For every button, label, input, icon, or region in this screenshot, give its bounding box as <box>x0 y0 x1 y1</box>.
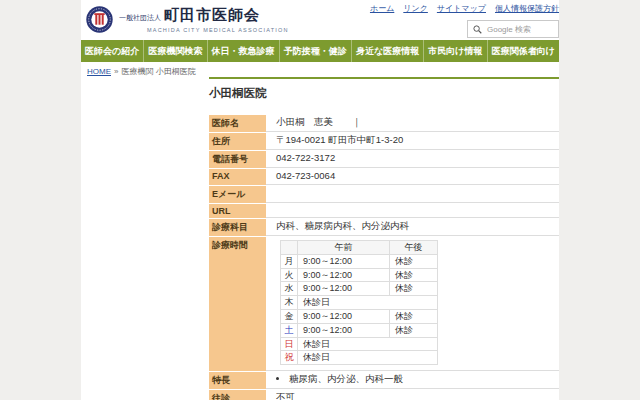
detail-value: 042-723-0064 <box>266 169 559 185</box>
hours-pm-cell: 休診 <box>390 268 438 282</box>
detail-row: 特長糖尿病、内分泌、内科一般 <box>209 372 559 389</box>
nav-item[interactable]: 予防接種・健診 <box>279 40 351 62</box>
detail-label: 往診 <box>209 390 266 400</box>
org-name-label: 町田市医師会 <box>164 6 260 25</box>
hours-pm-cell: 休診 <box>390 323 438 337</box>
detail-label: 診療科目 <box>209 219 266 236</box>
search-icon <box>473 25 482 34</box>
clinic-details-table: 医師名小田桐 恵美 ｜住所〒194-0021 町田市中町1-3-20電話番号04… <box>209 114 559 400</box>
hours-am-cell: 9:00～12:00 <box>298 268 390 282</box>
features-list: 糖尿病、内分泌、内科一般 <box>289 374 557 385</box>
top-nav-link[interactable]: サイトマップ <box>437 4 486 13</box>
hours-row: 月9:00～12:00休診 <box>281 254 438 268</box>
medical-association-emblem-icon <box>86 6 113 33</box>
detail-row: Eメール <box>209 186 559 203</box>
detail-value <box>266 186 559 203</box>
detail-label: 医師名 <box>209 115 266 132</box>
org-name-english-label: MACHIDA CITY MEDICAL ASSOCIATION <box>119 27 289 33</box>
hours-row: 水9:00～12:00休診 <box>281 282 438 296</box>
breadcrumb-separator: » <box>114 67 118 76</box>
hours-day-cell: 金 <box>281 309 298 323</box>
detail-value: 内科、糖尿病内科、内分泌内科 <box>266 219 559 236</box>
hours-day-cell: 水 <box>281 282 298 296</box>
detail-label: Eメール <box>209 186 266 203</box>
hours-day-cell: 祝 <box>281 351 298 365</box>
hours-closed-cell: 休診日 <box>298 351 438 365</box>
hours-closed-cell: 休診日 <box>298 337 438 351</box>
nav-item[interactable]: 休日・救急診療 <box>207 40 279 62</box>
detail-row: 診療時間午前午後月9:00～12:00休診火9:00～12:00休診水9:00～… <box>209 237 559 371</box>
hours-row: 火9:00～12:00休診 <box>281 268 438 282</box>
hours-row: 土9:00～12:00休診 <box>281 323 438 337</box>
top-nav-link[interactable]: リンク <box>403 4 428 13</box>
hours-header-cell <box>281 240 298 254</box>
hours-row: 木休診日 <box>281 296 438 310</box>
hours-am-cell: 9:00～12:00 <box>298 323 390 337</box>
logo-text: 一般社団法人 町田市医師会 MACHIDA CITY MEDICAL ASSOC… <box>119 6 289 33</box>
nav-item[interactable]: 市民向け情報 <box>423 40 486 62</box>
hours-row: 日休診日 <box>281 337 438 351</box>
hours-am-cell: 9:00～12:00 <box>298 254 390 268</box>
nav-item[interactable]: 医療関係者向け <box>487 40 559 62</box>
hours-day-cell: 月 <box>281 254 298 268</box>
hours-pm-cell: 休診 <box>390 282 438 296</box>
detail-label: URL <box>209 204 266 218</box>
detail-value <box>266 204 559 218</box>
detail-label: 住所 <box>209 133 266 150</box>
header-utility: ホームリンクサイトマップ個人情報保護方針 Google 検索 <box>361 3 559 38</box>
hours-header-cell: 午後 <box>390 240 438 254</box>
hours-day-cell: 土 <box>281 323 298 337</box>
details-tbody: 医師名小田桐 恵美 ｜住所〒194-0021 町田市中町1-3-20電話番号04… <box>209 115 559 400</box>
search-placeholder-text: Google 検索 <box>487 24 531 35</box>
page-title: 小田桐医院 <box>209 86 559 101</box>
detail-label: 特長 <box>209 372 266 389</box>
detail-value: 〒194-0021 町田市中町1-3-20 <box>266 133 559 150</box>
detail-value: 042-722-3172 <box>266 151 559 168</box>
hours-row: 金9:00～12:00休診 <box>281 309 438 323</box>
google-search-box[interactable]: Google 検索 <box>467 20 559 38</box>
hours-am-cell: 9:00～12:00 <box>298 309 390 323</box>
hours-closed-cell: 休診日 <box>298 296 438 310</box>
main-content: 小田桐医院 医師名小田桐 恵美 ｜住所〒194-0021 町田市中町1-3-20… <box>209 77 559 400</box>
features-list-item: 糖尿病、内分泌、内科一般 <box>289 374 557 385</box>
detail-row: 往診不可 <box>209 390 559 400</box>
hours-pm-cell: 休診 <box>390 254 438 268</box>
nav-item[interactable]: 医師会の紹介 <box>81 40 143 62</box>
clinic-hours-table: 午前午後月9:00～12:00休診火9:00～12:00休診水9:00～12:0… <box>280 240 438 365</box>
detail-row: URL <box>209 204 559 218</box>
nav-item[interactable]: 医療機関検索 <box>143 40 206 62</box>
site-header: 一般社団法人 町田市医師会 MACHIDA CITY MEDICAL ASSOC… <box>81 0 559 40</box>
hours-am-cell: 9:00～12:00 <box>298 282 390 296</box>
hours-header-cell: 午前 <box>298 240 390 254</box>
detail-value: 糖尿病、内分泌、内科一般 <box>266 372 559 389</box>
detail-row: 診療科目内科、糖尿病内科、内分泌内科 <box>209 219 559 236</box>
detail-label: 診療時間 <box>209 237 266 371</box>
top-nav-link[interactable]: ホーム <box>370 4 394 13</box>
detail-label: FAX <box>209 169 266 185</box>
hours-day-cell: 日 <box>281 337 298 351</box>
detail-row: FAX042-723-0064 <box>209 169 559 185</box>
hours-day-cell: 木 <box>281 296 298 310</box>
detail-row: 住所〒194-0021 町田市中町1-3-20 <box>209 133 559 150</box>
detail-label: 電話番号 <box>209 151 266 168</box>
top-nav-links: ホームリンクサイトマップ個人情報保護方針 <box>361 3 559 14</box>
page: 一般社団法人 町田市医師会 MACHIDA CITY MEDICAL ASSOC… <box>81 0 559 400</box>
breadcrumb-trail: 医療機関 小田桐医院 <box>121 67 195 76</box>
detail-value: 午前午後月9:00～12:00休診火9:00～12:00休診水9:00～12:0… <box>266 237 559 371</box>
breadcrumb: HOME»医療機関 小田桐医院 <box>81 62 559 77</box>
hours-day-cell: 火 <box>281 268 298 282</box>
detail-value: 小田桐 恵美 ｜ <box>266 115 559 132</box>
breadcrumb-home-link[interactable]: HOME <box>87 67 111 76</box>
top-nav-link[interactable]: 個人情報保護方針 <box>495 4 559 13</box>
main-nav: 医師会の紹介医療機関検索休日・救急診療予防接種・健診身近な医療情報市民向け情報医… <box>81 40 559 62</box>
org-type-label: 一般社団法人 <box>119 13 161 23</box>
detail-row: 電話番号042-722-3172 <box>209 151 559 168</box>
nav-item[interactable]: 身近な医療情報 <box>351 40 423 62</box>
detail-value: 不可 <box>266 390 559 400</box>
hours-pm-cell: 休診 <box>390 309 438 323</box>
hours-row: 祝休診日 <box>281 351 438 365</box>
detail-row: 医師名小田桐 恵美 ｜ <box>209 115 559 132</box>
